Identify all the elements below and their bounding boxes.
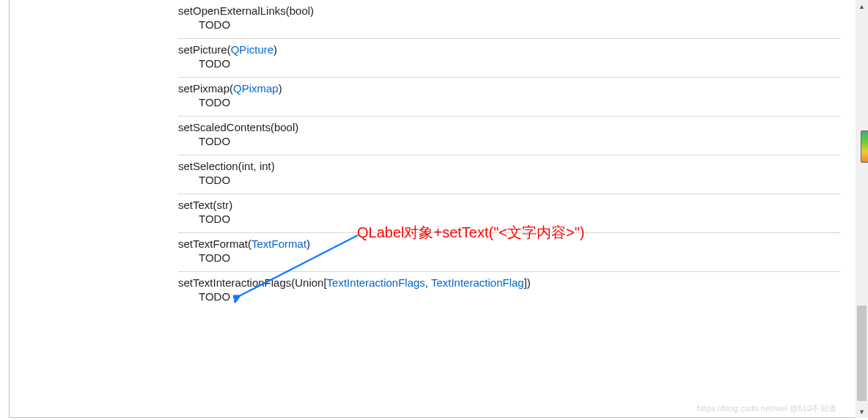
method-signature: setScaledContents(bool) bbox=[178, 121, 840, 133]
method-signature: setSelection(int, int) bbox=[178, 160, 840, 172]
type-text: , bbox=[425, 276, 431, 289]
signature-suffix: ) bbox=[273, 43, 277, 56]
type-text: bool bbox=[290, 4, 310, 17]
method-signature: setText(str) bbox=[178, 199, 840, 211]
signature-suffix: ) bbox=[310, 4, 314, 17]
todo-label: TODO bbox=[178, 95, 840, 108]
method-entry: setPixmap(QPixmap)TODO bbox=[178, 78, 840, 117]
scroll-track[interactable] bbox=[856, 12, 868, 405]
method-entry: setTextInteractionFlags(Union[TextIntera… bbox=[178, 272, 840, 310]
type-link[interactable]: QPicture bbox=[231, 43, 273, 56]
method-entry: setPicture(QPicture)TODO bbox=[178, 39, 840, 78]
scroll-up-arrow[interactable]: ▲ bbox=[856, 0, 868, 12]
type-link[interactable]: TextFormat bbox=[251, 237, 306, 250]
signature-prefix: setPixmap( bbox=[178, 82, 233, 95]
signature-suffix: ) bbox=[229, 199, 232, 211]
method-signature: setPixmap(QPixmap) bbox=[178, 82, 840, 95]
method-entry: setScaledContents(bool)TODO bbox=[178, 117, 840, 155]
method-entry: setOpenExternalLinks(bool)TODO bbox=[178, 0, 840, 39]
type-link[interactable]: TextInteractionFlags bbox=[327, 276, 425, 289]
signature-suffix: ) bbox=[279, 82, 282, 95]
doc-page: setOpenExternalLinks(bool)TODOsetPicture… bbox=[9, 0, 859, 418]
todo-label: TODO bbox=[178, 172, 840, 186]
scroll-down-arrow[interactable]: ▼ bbox=[856, 405, 868, 418]
todo-label: TODO bbox=[178, 133, 840, 147]
method-signature: setPicture(QPicture) bbox=[178, 43, 840, 56]
signature-suffix: ) bbox=[271, 160, 275, 172]
signature-suffix: ) bbox=[295, 121, 298, 133]
method-list: setOpenExternalLinks(bool)TODOsetPicture… bbox=[10, 0, 858, 310]
method-signature: setTextInteractionFlags(Union[TextIntera… bbox=[178, 276, 840, 289]
watermark: https://blog.csdn.net/wei @510不知道 bbox=[697, 403, 836, 414]
todo-label: TODO bbox=[178, 17, 840, 31]
vertical-scrollbar[interactable]: ▲ ▼ bbox=[856, 0, 868, 418]
type-text: str bbox=[217, 199, 229, 211]
signature-prefix: setSelection( bbox=[178, 160, 242, 172]
annotation-text: QLabel对象+setText("<文字内容>") bbox=[357, 223, 584, 243]
side-colored-tab[interactable] bbox=[861, 130, 868, 163]
signature-suffix: ]) bbox=[524, 276, 531, 289]
scroll-thumb[interactable] bbox=[857, 306, 867, 401]
signature-prefix: setTextInteractionFlags(Union[ bbox=[178, 276, 327, 289]
method-entry: setSelection(int, int)TODO bbox=[178, 155, 840, 194]
type-link[interactable]: QPixmap bbox=[233, 82, 279, 95]
todo-label: TODO bbox=[178, 250, 840, 264]
todo-label: TODO bbox=[178, 289, 840, 303]
signature-prefix: setScaledContents( bbox=[178, 121, 274, 133]
type-link[interactable]: TextInteractionFlag bbox=[431, 276, 524, 289]
signature-suffix: ) bbox=[306, 237, 310, 250]
signature-prefix: setTextFormat( bbox=[178, 237, 251, 250]
method-signature: setOpenExternalLinks(bool) bbox=[178, 4, 840, 17]
signature-prefix: setPicture( bbox=[178, 43, 231, 56]
type-text: bool bbox=[274, 121, 295, 133]
type-text: int, int bbox=[242, 160, 271, 172]
todo-label: TODO bbox=[178, 56, 840, 70]
signature-prefix: setOpenExternalLinks( bbox=[178, 4, 290, 17]
signature-prefix: setText( bbox=[178, 199, 217, 211]
